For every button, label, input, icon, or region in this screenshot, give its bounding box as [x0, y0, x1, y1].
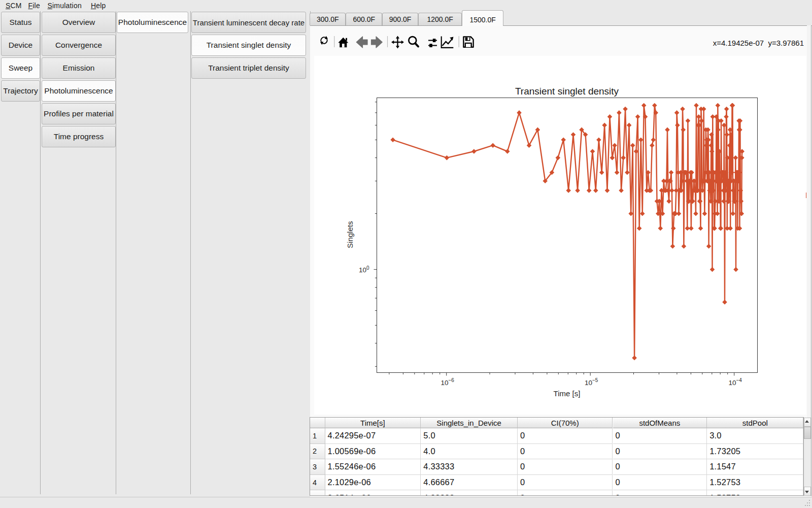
svg-text:Time [s]: Time [s] [554, 389, 581, 398]
svg-text:Singlets: Singlets [346, 221, 354, 248]
svg-text:Transient singlet density: Transient singlet density [515, 86, 619, 97]
